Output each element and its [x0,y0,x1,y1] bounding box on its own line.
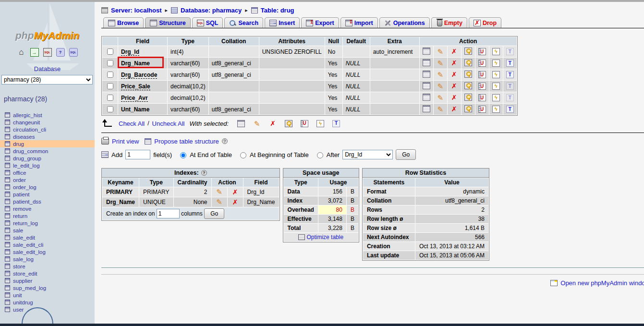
browse-icon[interactable] [423,59,430,66]
create-index-go-button[interactable]: Go [204,208,224,219]
sidebar-item-sale[interactable]: sale [4,227,95,234]
database-heading[interactable]: pharmacy (28) [4,95,47,103]
row-checkbox[interactable] [107,95,113,101]
sidebar-item-label[interactable]: sale_log [13,256,34,262]
sidebar-item-user[interactable]: user [4,306,95,313]
sidebar-item-sale_edit_cli[interactable]: sale_edit_cli [4,241,95,248]
radio-begin-input[interactable] [240,152,246,158]
drop-icon[interactable] [450,94,458,101]
sidebar-item-label[interactable]: store [13,264,25,269]
drop-icon[interactable] [450,48,458,55]
sidebar-item-return_log[interactable]: return_log [4,219,95,227]
browse-icon[interactable] [237,120,245,127]
sidebar-item-label[interactable]: circulation_cli [13,127,46,133]
sidebar-item-label[interactable]: sale_edit [13,235,35,241]
sidebar-item-return[interactable]: return [4,212,95,219]
index-icon[interactable]: ϟ [492,60,500,67]
index-icon[interactable]: ϟ [492,83,500,90]
row-checkbox[interactable] [107,83,113,89]
sidebar-item-label[interactable]: office [13,170,26,176]
tab-operations[interactable]: Operations [379,17,430,28]
drop-icon[interactable] [450,60,458,67]
browse-icon[interactable] [423,48,430,55]
sidebar-item-changeunit[interactable]: changeunit [4,119,95,126]
sidebar-item-label[interactable]: user [13,307,24,313]
help-icon[interactable]: ? [201,170,207,176]
change-icon[interactable] [437,48,444,55]
primary-key-icon[interactable] [285,120,292,127]
sidebar-item-unit[interactable]: unit [4,291,95,299]
change-icon[interactable] [216,198,223,205]
tab-search[interactable]: Search [224,17,263,28]
fulltext-icon[interactable]: T [506,60,514,67]
sidebar-item-label[interactable]: unit [13,292,22,298]
radio-beginning-of-table[interactable]: At Beginning of Table [238,151,309,158]
open-new-window-link[interactable]: Open new phpMyAdmin window [560,279,644,287]
drop-icon[interactable] [450,83,458,90]
sidebar-item-label[interactable]: order [13,177,26,183]
tab-browse[interactable]: Browse [103,17,144,28]
sidebar-item-label[interactable]: store_edit [13,271,37,277]
sidebar-item-order_log[interactable]: order_log [4,183,95,191]
sidebar-item-patient[interactable]: patient [4,191,95,198]
primary-key-icon[interactable] [464,48,472,55]
sidebar-item-label[interactable]: order_log [13,184,36,190]
help-icon[interactable]: ? [56,48,65,57]
sidebar-item-diseases[interactable]: diseases [4,133,95,140]
breadcrumb-database-label[interactable]: Database: pharmacy [181,7,242,14]
browse-icon[interactable] [423,82,430,89]
sidebar-item-label[interactable]: return [13,213,27,219]
sidebar-item-allergic_hist[interactable]: allergic_hist [4,111,95,119]
sidebar-item-label[interactable]: sale_edit_cli [13,242,43,248]
unique-icon[interactable]: U [478,48,486,55]
add-go-button[interactable]: Go [396,149,416,160]
sidebar-item-remove[interactable]: remove [4,205,95,212]
tab-label[interactable]: Operations [393,20,425,26]
field-name[interactable]: Drg_Id [121,48,139,56]
field-name[interactable]: Price_Avr [121,95,148,102]
row-checkbox[interactable] [107,60,113,66]
sidebar-item-label[interactable]: supplier [13,278,32,284]
radio-end-input[interactable] [180,152,186,158]
change-icon[interactable] [437,83,444,90]
tab-sql[interactable]: SQLSQL [192,17,223,28]
field-name[interactable]: Drg_Name [121,60,150,67]
sidebar-item-label[interactable]: allergic_hist [13,112,42,118]
fulltext-icon[interactable]: T [506,71,514,78]
tab-label[interactable]: Drop [483,20,497,26]
sidebar-item-label[interactable]: patient_dss [13,199,41,205]
sidebar-item-label[interactable]: changeunit [13,120,40,125]
unique-icon[interactable]: U [478,60,486,67]
tab-empty[interactable]: Empty [431,17,467,28]
row-checkbox[interactable] [107,106,113,112]
sidebar-item-label[interactable]: patient [13,192,30,197]
breadcrumb-table[interactable]: Table: drug [251,7,294,14]
check-all-link[interactable]: Check All [119,120,145,127]
uncheck-all-link[interactable]: Uncheck All [152,120,185,127]
tab-drop[interactable]: Drop [469,17,501,28]
sidebar-item-label[interactable]: diseases [13,134,35,140]
change-icon[interactable] [216,188,223,195]
browse-icon[interactable] [423,94,430,101]
sidebar-item-label[interactable]: sale [13,228,23,233]
sidebar-item-office[interactable]: office [4,169,95,176]
sidebar-item-label[interactable]: return_log [13,220,38,226]
sidebar-item-order[interactable]: order [4,176,95,183]
sql-window-icon[interactable]: SQL [43,48,52,57]
home-icon[interactable]: ⌂ [17,48,26,57]
breadcrumb-database[interactable]: Database: pharmacy [171,7,242,14]
tab-label[interactable]: Search [238,20,258,26]
tab-export[interactable]: Export [301,17,339,28]
drop-icon[interactable] [450,71,458,78]
sidebar-item-store_edit[interactable]: store_edit [4,270,95,277]
sidebar-item-label[interactable]: unitdrug [13,300,33,305]
breadcrumb-table-label[interactable]: Table: drug [261,7,294,14]
tab-label[interactable]: SQL [206,20,219,26]
drop-icon[interactable] [450,106,458,113]
docs-icon[interactable]: SQL [69,48,78,57]
print-view-link[interactable]: Print view [112,138,139,145]
sidebar-item-patient_dss[interactable]: patient_dss [4,198,95,205]
index-icon[interactable]: ϟ [492,94,500,101]
sidebar-item-sale_log[interactable]: sale_log [4,255,95,263]
unique-icon[interactable]: U [478,83,486,90]
